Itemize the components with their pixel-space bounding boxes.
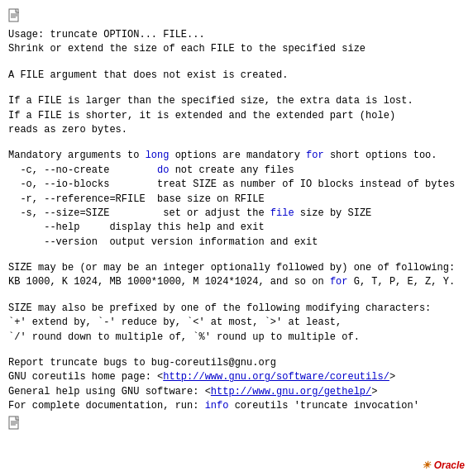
blank-line <box>8 57 465 69</box>
terminal-window: Usage: truncate OPTION... FILE...Shrink … <box>0 0 473 476</box>
blue-text: info <box>205 400 229 412</box>
text-line: -o, --io-blocks treat SIZE as number of … <box>8 178 465 192</box>
normal-text: General help using GNU software: < <box>8 386 211 397</box>
normal-text: -c, --no-create <box>8 164 157 176</box>
text-line: -r, --reference=RFILE base size on RFILE <box>8 193 465 207</box>
text-line: If a FILE is larger than the specified s… <box>8 94 465 108</box>
normal-text: GNU coreutils home page: < <box>8 371 163 383</box>
text-line: Report truncate bugs to bug-coreutils@gn… <box>8 356 465 370</box>
normal-text: short options too. <box>324 150 437 161</box>
sun-icon: ☀ <box>422 459 431 471</box>
text-line: reads as zero bytes. <box>8 123 465 137</box>
blue-text: long <box>146 150 170 161</box>
blank-line <box>8 83 465 94</box>
text-line: Shrink or extend the size of each FILE t… <box>8 42 465 56</box>
mixed-text-line: GNU coreutils home page: <http://www.gnu… <box>8 370 465 384</box>
link-text: http://www.gnu.org/gethelp/ <box>211 386 371 397</box>
normal-text: SIZE may be (or may be an integer option… <box>8 262 455 274</box>
document-icon <box>8 8 22 23</box>
normal-text: G, T, P, E, Z, Y. <box>347 276 455 288</box>
text-line: `/' round down to multiple of, `%' round… <box>8 331 465 345</box>
mixed-text-line: -c, --no-create do not create any files <box>8 164 465 178</box>
text-line: SIZE may also be prefixed by one of the … <box>8 302 465 316</box>
text-line: A FILE argument that does not exist is c… <box>8 69 465 83</box>
normal-text: KB 1000, K 1024, MB 1000*1000, M 1024*10… <box>8 276 330 288</box>
blank-line <box>8 250 465 261</box>
blue-text: for <box>306 150 324 161</box>
blue-text: do <box>157 164 169 176</box>
text-line: --help display this help and exit <box>8 221 465 235</box>
blank-line <box>8 290 465 302</box>
blank-line <box>8 137 465 149</box>
normal-text: size by SIZE <box>294 207 372 219</box>
normal-text: > <box>371 386 377 397</box>
blue-text: for <box>330 276 348 288</box>
mixed-text-line: -s, --size=SIZE set or adjust the file s… <box>8 207 465 221</box>
normal-text: not create any files <box>169 164 294 176</box>
mixed-text-line: SIZE may be (or may be an integer option… <box>8 261 465 275</box>
mixed-text-line: General help using GNU software: <http:/… <box>8 385 465 399</box>
normal-text: -s, --size=SIZE set or adjust the <box>8 207 270 219</box>
text-line: Usage: truncate OPTION... FILE... <box>8 28 465 42</box>
normal-text: coreutils 'truncate invocation' <box>228 400 418 412</box>
text-line: `+' extend by, `-' reduce by, `<' at mos… <box>8 316 465 330</box>
mixed-text-line: Mandatory arguments to long options are … <box>8 149 465 163</box>
document-icon <box>8 416 22 431</box>
link-text: http://www.gnu.org/software/coreutils/ <box>163 371 389 383</box>
top-icon <box>8 8 465 26</box>
bottom-icon <box>8 416 465 434</box>
oracle-label: Oracle <box>434 459 465 471</box>
normal-text: If a FILE is shorter, it is extended and… <box>8 110 395 121</box>
mixed-text-line: For complete documentation, run: info co… <box>8 399 465 413</box>
oracle-logo: ☀ Oracle <box>422 459 465 471</box>
blank-line <box>8 345 465 356</box>
normal-text: options are mandatory <box>169 150 306 161</box>
normal-text: Mandatory arguments to <box>8 150 146 161</box>
blue-text: file <box>270 207 294 219</box>
text-line: --version output version information and… <box>8 236 465 250</box>
normal-text: For complete documentation, run: <box>8 400 205 412</box>
mixed-text-line: If a FILE is shorter, it is extended and… <box>8 109 465 123</box>
normal-text: > <box>389 371 395 383</box>
mixed-text-line: KB 1000, K 1024, MB 1000*1000, M 1024*10… <box>8 275 465 289</box>
